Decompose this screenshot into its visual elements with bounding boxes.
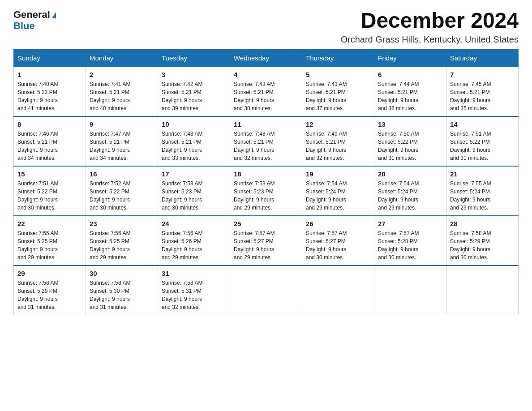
day-cell-27: 27Sunrise: 7:57 AMSunset: 5:28 PMDayligh… <box>374 216 446 265</box>
day-info: Sunrise: 7:58 AMSunset: 5:29 PMDaylight:… <box>17 279 82 311</box>
week-row-1: 1Sunrise: 7:40 AMSunset: 5:22 PMDaylight… <box>14 67 519 116</box>
weekday-header-tuesday: Tuesday <box>158 49 230 67</box>
day-info: Sunrise: 7:53 AMSunset: 5:23 PMDaylight:… <box>234 180 298 212</box>
day-info: Sunrise: 7:46 AMSunset: 5:21 PMDaylight:… <box>17 130 82 162</box>
day-cell-20: 20Sunrise: 7:54 AMSunset: 5:24 PMDayligh… <box>374 166 446 216</box>
day-number: 29 <box>17 270 82 277</box>
day-cell-5: 5Sunrise: 7:43 AMSunset: 5:21 PMDaylight… <box>302 67 374 116</box>
day-cell-19: 19Sunrise: 7:54 AMSunset: 5:24 PMDayligh… <box>302 166 374 216</box>
weekday-header-thursday: Thursday <box>302 49 374 67</box>
month-title: December 2024 <box>340 9 519 33</box>
day-cell-21: 21Sunrise: 7:55 AMSunset: 5:24 PMDayligh… <box>446 166 519 216</box>
day-info: Sunrise: 7:56 AMSunset: 5:26 PMDaylight:… <box>162 229 226 261</box>
day-number: 21 <box>450 170 515 178</box>
day-number: 30 <box>90 270 154 277</box>
day-info: Sunrise: 7:58 AMSunset: 5:31 PMDaylight:… <box>162 279 226 311</box>
day-number: 14 <box>450 120 515 128</box>
day-info: Sunrise: 7:58 AMSunset: 5:29 PMDaylight:… <box>450 229 515 261</box>
day-cell-13: 13Sunrise: 7:50 AMSunset: 5:22 PMDayligh… <box>374 116 446 166</box>
weekday-header-sunday: Sunday <box>14 49 86 67</box>
page-header: General Blue December 2024 Orchard Grass… <box>13 9 519 45</box>
day-cell-2: 2Sunrise: 7:41 AMSunset: 5:21 PMDaylight… <box>86 67 158 116</box>
day-number: 1 <box>17 71 82 78</box>
day-number: 27 <box>378 220 442 227</box>
empty-cell <box>446 265 519 315</box>
weekday-header-monday: Monday <box>86 49 158 67</box>
day-cell-30: 30Sunrise: 7:58 AMSunset: 5:30 PMDayligh… <box>86 265 158 315</box>
calendar-table: SundayMondayTuesdayWednesdayThursdayFrid… <box>13 49 519 315</box>
day-info: Sunrise: 7:54 AMSunset: 5:24 PMDaylight:… <box>306 180 370 212</box>
weekday-header-friday: Friday <box>374 49 446 67</box>
day-cell-9: 9Sunrise: 7:47 AMSunset: 5:21 PMDaylight… <box>86 116 158 166</box>
day-info: Sunrise: 7:43 AMSunset: 5:21 PMDaylight:… <box>306 80 370 112</box>
day-number: 25 <box>234 220 298 227</box>
day-number: 22 <box>17 220 82 227</box>
day-info: Sunrise: 7:40 AMSunset: 5:22 PMDaylight:… <box>17 80 82 112</box>
day-cell-14: 14Sunrise: 7:51 AMSunset: 5:22 PMDayligh… <box>446 116 519 166</box>
day-info: Sunrise: 7:44 AMSunset: 5:21 PMDaylight:… <box>378 80 442 112</box>
day-number: 17 <box>162 170 226 178</box>
day-number: 9 <box>90 120 154 128</box>
day-cell-3: 3Sunrise: 7:42 AMSunset: 5:21 PMDaylight… <box>158 67 230 116</box>
day-cell-18: 18Sunrise: 7:53 AMSunset: 5:23 PMDayligh… <box>230 166 302 216</box>
day-cell-26: 26Sunrise: 7:57 AMSunset: 5:27 PMDayligh… <box>302 216 374 265</box>
day-number: 2 <box>90 71 154 78</box>
day-cell-6: 6Sunrise: 7:44 AMSunset: 5:21 PMDaylight… <box>374 67 446 116</box>
weekday-header-wednesday: Wednesday <box>230 49 302 67</box>
week-row-5: 29Sunrise: 7:58 AMSunset: 5:29 PMDayligh… <box>14 265 519 315</box>
day-cell-29: 29Sunrise: 7:58 AMSunset: 5:29 PMDayligh… <box>14 265 86 315</box>
day-cell-25: 25Sunrise: 7:57 AMSunset: 5:27 PMDayligh… <box>230 216 302 265</box>
day-number: 20 <box>378 170 442 178</box>
day-number: 18 <box>234 170 298 178</box>
day-cell-22: 22Sunrise: 7:55 AMSunset: 5:25 PMDayligh… <box>14 216 86 265</box>
day-cell-28: 28Sunrise: 7:58 AMSunset: 5:29 PMDayligh… <box>446 216 519 265</box>
logo: General Blue <box>13 9 56 32</box>
day-number: 31 <box>162 270 226 277</box>
logo-general: General <box>13 9 50 20</box>
day-cell-4: 4Sunrise: 7:43 AMSunset: 5:21 PMDaylight… <box>230 67 302 116</box>
day-info: Sunrise: 7:45 AMSunset: 5:21 PMDaylight:… <box>450 80 515 112</box>
location-title: Orchard Grass Hills, Kentucky, United St… <box>340 34 519 45</box>
day-info: Sunrise: 7:41 AMSunset: 5:21 PMDaylight:… <box>90 80 154 112</box>
weekday-header-saturday: Saturday <box>446 49 519 67</box>
empty-cell <box>230 265 302 315</box>
day-info: Sunrise: 7:48 AMSunset: 5:21 PMDaylight:… <box>162 130 226 162</box>
day-cell-1: 1Sunrise: 7:40 AMSunset: 5:22 PMDaylight… <box>14 67 86 116</box>
day-info: Sunrise: 7:51 AMSunset: 5:22 PMDaylight:… <box>17 180 82 212</box>
logo-triangle-icon <box>52 12 56 18</box>
day-number: 7 <box>450 71 515 78</box>
title-section: December 2024 Orchard Grass Hills, Kentu… <box>340 9 519 45</box>
week-row-4: 22Sunrise: 7:55 AMSunset: 5:25 PMDayligh… <box>14 216 519 265</box>
day-info: Sunrise: 7:52 AMSunset: 5:22 PMDaylight:… <box>90 180 154 212</box>
day-cell-31: 31Sunrise: 7:58 AMSunset: 5:31 PMDayligh… <box>158 265 230 315</box>
day-cell-24: 24Sunrise: 7:56 AMSunset: 5:26 PMDayligh… <box>158 216 230 265</box>
day-info: Sunrise: 7:55 AMSunset: 5:24 PMDaylight:… <box>450 180 515 212</box>
day-info: Sunrise: 7:53 AMSunset: 5:23 PMDaylight:… <box>162 180 226 212</box>
day-info: Sunrise: 7:51 AMSunset: 5:22 PMDaylight:… <box>450 130 515 162</box>
week-row-3: 15Sunrise: 7:51 AMSunset: 5:22 PMDayligh… <box>14 166 519 216</box>
day-number: 11 <box>234 120 298 128</box>
day-number: 19 <box>306 170 370 178</box>
day-number: 16 <box>90 170 154 178</box>
week-row-2: 8Sunrise: 7:46 AMSunset: 5:21 PMDaylight… <box>14 116 519 166</box>
day-number: 13 <box>378 120 442 128</box>
day-cell-8: 8Sunrise: 7:46 AMSunset: 5:21 PMDaylight… <box>14 116 86 166</box>
day-number: 28 <box>450 220 515 227</box>
day-info: Sunrise: 7:58 AMSunset: 5:30 PMDaylight:… <box>90 279 154 311</box>
day-cell-17: 17Sunrise: 7:53 AMSunset: 5:23 PMDayligh… <box>158 166 230 216</box>
day-info: Sunrise: 7:56 AMSunset: 5:25 PMDaylight:… <box>90 229 154 261</box>
day-cell-15: 15Sunrise: 7:51 AMSunset: 5:22 PMDayligh… <box>14 166 86 216</box>
day-number: 23 <box>90 220 154 227</box>
day-number: 24 <box>162 220 226 227</box>
day-number: 8 <box>17 120 82 128</box>
day-info: Sunrise: 7:57 AMSunset: 5:28 PMDaylight:… <box>378 229 442 261</box>
day-info: Sunrise: 7:48 AMSunset: 5:21 PMDaylight:… <box>234 130 298 162</box>
day-number: 15 <box>17 170 82 178</box>
day-cell-7: 7Sunrise: 7:45 AMSunset: 5:21 PMDaylight… <box>446 67 519 116</box>
day-number: 12 <box>306 120 370 128</box>
day-info: Sunrise: 7:47 AMSunset: 5:21 PMDaylight:… <box>90 130 154 162</box>
day-cell-12: 12Sunrise: 7:49 AMSunset: 5:21 PMDayligh… <box>302 116 374 166</box>
day-cell-23: 23Sunrise: 7:56 AMSunset: 5:25 PMDayligh… <box>86 216 158 265</box>
day-number: 10 <box>162 120 226 128</box>
day-cell-16: 16Sunrise: 7:52 AMSunset: 5:22 PMDayligh… <box>86 166 158 216</box>
